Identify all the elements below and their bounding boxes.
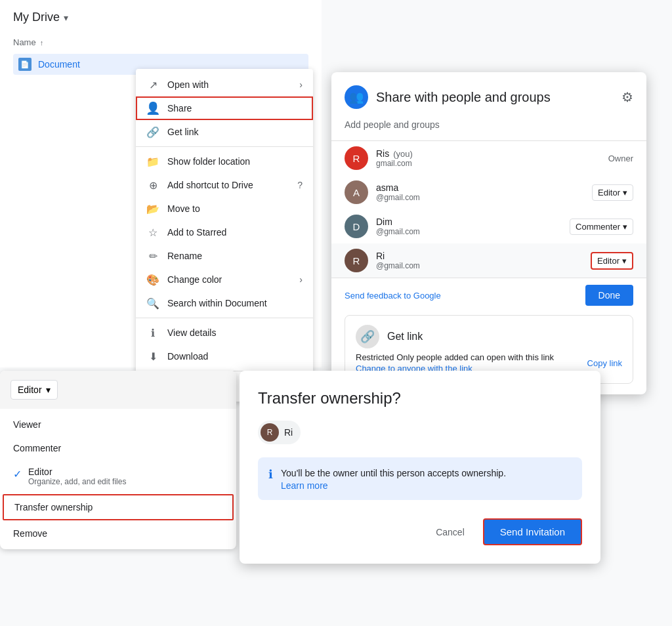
check-icon: ✓ xyxy=(13,468,22,480)
menu-item-view-details[interactable]: ℹ View details xyxy=(136,321,313,344)
link-icon: 🔗 xyxy=(146,125,159,138)
editor-option-remove[interactable]: Remove xyxy=(0,522,236,545)
file-name: Document xyxy=(38,59,80,70)
info-icon: ℹ xyxy=(268,467,273,482)
name-label: Name xyxy=(13,37,36,47)
person-row-ris: R Ris (you) gmail.com Owner xyxy=(331,141,646,175)
color-icon: 🎨 xyxy=(146,273,159,286)
menu-item-show-folder[interactable]: 📁 Show folder location xyxy=(136,150,313,173)
commenter-label: Commenter xyxy=(13,443,61,453)
share-dialog: 👥 Share with people and groups ⚙ R Ris (… xyxy=(331,72,646,394)
person-name-ris: Ris (you) xyxy=(376,148,600,159)
drive-header: My Drive ▾ xyxy=(13,10,308,24)
transfer-dialog-actions: Cancel Send Invitation xyxy=(258,518,582,545)
person-row-dim: D Dim @gmail.com Commenter ▾ xyxy=(331,209,646,243)
add-people-input[interactable] xyxy=(345,117,633,133)
menu-item-rename[interactable]: ✏ Rename xyxy=(136,244,313,268)
name-column-header: Name ↑ xyxy=(13,37,308,47)
person-email-asma: @gmail.com xyxy=(376,193,584,202)
person-info-dim: Dim @gmail.com xyxy=(376,217,562,236)
menu-item-open-with[interactable]: ↗ Open with › xyxy=(136,73,313,96)
copy-link-button[interactable]: Copy link xyxy=(587,358,622,368)
send-invitation-button[interactable]: Send Invitation xyxy=(483,518,582,545)
role-dropdown-asma[interactable]: Editor ▾ xyxy=(592,184,633,201)
download-icon: ⬇ xyxy=(146,350,159,363)
menu-item-change-color[interactable]: 🎨 Change color › xyxy=(136,268,313,291)
transfer-info-text: You'll be the owner until this person ac… xyxy=(281,468,506,478)
share-title-row: 👥 Share with people and groups xyxy=(345,85,551,109)
share-dialog-footer: Send feedback to Google Done xyxy=(331,278,646,315)
menu-item-add-shortcut[interactable]: ⊕ Add shortcut to Drive ? xyxy=(136,173,313,197)
editor-option-editor[interactable]: ✓ Editor Organize, add, and edit files xyxy=(0,460,236,493)
role-dropdown-dim[interactable]: Commenter ▾ xyxy=(570,219,633,235)
cancel-button[interactable]: Cancel xyxy=(428,522,472,543)
transfer-dialog-title: Transfer ownership? xyxy=(258,389,582,407)
rename-icon: ✏ xyxy=(146,249,159,262)
menu-item-share[interactable]: 👤 Share xyxy=(136,96,313,120)
editor-dropdown-header: Editor ▾ xyxy=(0,371,236,409)
get-link-desc: Restricted Only people added can open wi… xyxy=(356,352,554,362)
person-row-asma: A asma @gmail.com Editor ▾ xyxy=(331,175,646,209)
share-people-icon: 👥 xyxy=(345,85,368,109)
done-button[interactable]: Done xyxy=(585,285,633,306)
submenu-arrow-color-icon: › xyxy=(299,274,303,285)
learn-more-link[interactable]: Learn more xyxy=(281,480,506,491)
rename-label: Rename xyxy=(167,251,303,261)
sort-icon[interactable]: ↑ xyxy=(40,39,44,47)
person-info-ri: Ri @gmail.com xyxy=(376,251,583,270)
context-menu: ↗ Open with › 👤 Share 🔗 Get link 📁 Show … xyxy=(136,69,313,402)
menu-item-add-starred[interactable]: ☆ Add to Starred xyxy=(136,220,313,244)
avatar-dim: D xyxy=(345,215,368,238)
send-feedback-link[interactable]: Send feedback to Google xyxy=(345,291,441,301)
person-info-asma: asma @gmail.com xyxy=(376,182,584,202)
help-icon: ? xyxy=(297,180,303,190)
shortcut-icon: ⊕ xyxy=(146,178,159,192)
avatar-ri: R xyxy=(345,249,368,272)
chevron-down-icon-dim: ▾ xyxy=(623,222,627,232)
transfer-info-box: ℹ You'll be the owner until this person … xyxy=(258,457,582,500)
person-email-ri: @gmail.com xyxy=(376,261,583,270)
editor-options-list: Viewer Commenter ✓ Editor Organize, add,… xyxy=(0,409,236,549)
change-color-label: Change color xyxy=(167,274,291,285)
add-starred-label: Add to Starred xyxy=(167,227,303,238)
search-icon: 🔍 xyxy=(146,297,159,310)
menu-item-move-to[interactable]: 📂 Move to xyxy=(136,197,313,220)
role-dropdown-ri[interactable]: Editor ▾ xyxy=(591,252,633,270)
editor-dropdown-button[interactable]: Editor ▾ xyxy=(10,380,58,400)
remove-option-label: Remove xyxy=(13,528,47,539)
person-name-ri: Ri xyxy=(376,251,583,261)
page-title: My Drive xyxy=(13,10,60,24)
menu-divider-1 xyxy=(136,146,313,147)
person-info-ris: Ris (you) gmail.com xyxy=(376,148,600,168)
people-list: R Ris (you) gmail.com Owner A asma @gmai… xyxy=(331,141,646,278)
person-email-ris: gmail.com xyxy=(376,159,600,168)
transfer-ownership-label: Transfer ownership xyxy=(14,502,93,512)
person-name-dim: Dim xyxy=(376,217,562,227)
editor-option-viewer[interactable]: Viewer xyxy=(0,413,236,436)
menu-item-get-link[interactable]: 🔗 Get link xyxy=(136,120,313,144)
editor-option-commenter[interactable]: Commenter xyxy=(0,436,236,460)
transfer-user-name: Ri xyxy=(284,427,293,438)
menu-item-search-within[interactable]: 🔍 Search within Document xyxy=(136,291,313,315)
avatar-asma: A xyxy=(345,180,368,204)
share-input-area xyxy=(331,117,646,141)
share-icon: 👤 xyxy=(146,102,159,115)
move-icon: 📂 xyxy=(146,202,159,215)
get-link-label: Get link xyxy=(167,127,303,137)
star-icon: ☆ xyxy=(146,226,159,239)
gear-icon[interactable]: ⚙ xyxy=(621,89,633,105)
file-type-icon: 📄 xyxy=(18,58,32,71)
view-details-label: View details xyxy=(167,327,303,338)
chevron-down-icon-asma: ▾ xyxy=(623,188,627,198)
transfer-user-pill: R Ri xyxy=(258,421,301,444)
editor-option-transfer-ownership[interactable]: Transfer ownership xyxy=(3,494,234,520)
transfer-info-content: You'll be the owner until this person ac… xyxy=(281,467,506,491)
submenu-arrow-icon: › xyxy=(299,79,303,90)
editor-role-label: Editor xyxy=(18,385,42,395)
person-role-ris: Owner xyxy=(608,154,633,163)
chevron-down-icon-ri: ▾ xyxy=(622,256,627,266)
chevron-down-icon[interactable]: ▾ xyxy=(64,12,68,23)
person-row-ri: R Ri @gmail.com Editor ▾ xyxy=(331,243,646,278)
link-circle-icon: 🔗 xyxy=(356,325,379,348)
menu-item-download[interactable]: ⬇ Download xyxy=(136,344,313,368)
